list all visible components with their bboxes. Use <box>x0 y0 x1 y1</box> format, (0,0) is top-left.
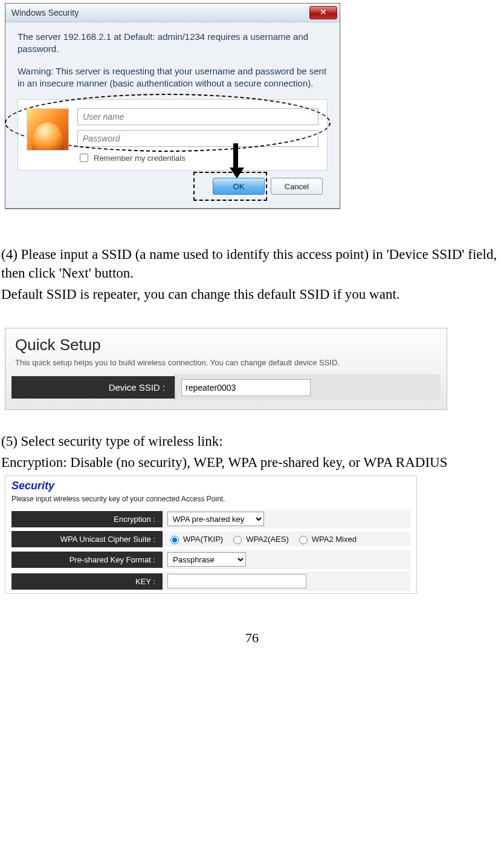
cancel-button[interactable]: Cancel <box>271 178 323 195</box>
dialog-titlebar: Windows Security ✕ <box>5 4 340 22</box>
key-input[interactable] <box>167 574 306 588</box>
cipher-row: WPA Unicast Cipher Suite : WPA(TKIP) WPA… <box>11 531 410 547</box>
dialog-warning-message: Warning: This server is requesting that … <box>18 65 328 90</box>
quick-setup-panel: Quick Setup This quick setup helps you t… <box>5 328 447 410</box>
step4-text-line1: (4) Please input a SSID (a name used to … <box>1 245 503 282</box>
user-avatar-icon <box>27 108 69 151</box>
dialog-body: The server 192.168.2.1 at Default: admin… <box>5 22 340 208</box>
cipher-radio-tkip[interactable] <box>170 536 179 544</box>
encryption-row: Encryption : WPA pre-shared key <box>11 509 410 529</box>
keyformat-value-cell: Passphrase <box>163 550 410 569</box>
keyformat-label: Pre-shared Key Format : <box>11 552 163 568</box>
cipher-option-label: WPA(TKIP) <box>183 535 223 544</box>
step5-text-line1: (5) Select security type of wireless lin… <box>1 432 503 451</box>
encryption-value-cell: WPA pre-shared key <box>163 509 410 529</box>
security-title: Security <box>5 476 416 494</box>
step4-text-line2: Default SSID is repeater, you can change… <box>1 285 503 304</box>
remember-credentials-row[interactable]: Remember my credentials <box>77 152 318 164</box>
remember-label: Remember my credentials <box>94 154 186 163</box>
encryption-select[interactable]: WPA pre-shared key <box>167 512 264 526</box>
cipher-radio-aes[interactable] <box>233 536 242 544</box>
remember-checkbox[interactable] <box>80 154 88 162</box>
credentials-box: Remember my credentials <box>18 99 328 171</box>
cipher-option-label: WPA2 Mixed <box>312 535 357 544</box>
windows-security-dialog: Windows Security ✕ The server 192.168.2.… <box>5 3 340 209</box>
device-ssid-label: Device SSID : <box>11 376 175 399</box>
device-ssid-input[interactable] <box>181 379 311 396</box>
keyformat-row: Pre-shared Key Format : Passphrase <box>11 550 410 569</box>
cipher-option-label: WPA2(AES) <box>246 535 289 544</box>
security-description: Please input wireless security key of yo… <box>5 494 416 509</box>
cipher-value-cell: WPA(TKIP) WPA2(AES) WPA2 Mixed <box>163 532 410 547</box>
ok-button[interactable]: OK <box>213 178 265 195</box>
username-input[interactable] <box>77 108 318 125</box>
key-label: KEY : <box>11 573 163 590</box>
close-icon[interactable]: ✕ <box>309 6 337 19</box>
cipher-option-tkip[interactable]: WPA(TKIP) <box>167 534 223 544</box>
step5-text-line2: Encryption: Disable (no security), WEP, … <box>1 453 503 472</box>
cipher-option-aes[interactable]: WPA2(AES) <box>230 534 289 544</box>
device-ssid-row: Device SSID : <box>11 374 441 400</box>
keyformat-select[interactable]: Passphrase <box>167 552 246 567</box>
cipher-label: WPA Unicast Cipher Suite : <box>11 531 163 547</box>
key-value-cell <box>163 572 410 591</box>
page-number: 76 <box>1 630 503 646</box>
security-panel: Security Please input wireless security … <box>5 475 417 594</box>
quick-setup-description: This quick setup helps you to build wire… <box>5 358 447 374</box>
device-ssid-field-wrap <box>175 374 441 400</box>
password-input[interactable] <box>77 130 318 147</box>
dialog-server-message: The server 192.168.2.1 at Default: admin… <box>18 31 328 56</box>
dialog-title: Windows Security <box>11 8 79 18</box>
encryption-label: Encryption : <box>11 511 163 527</box>
dialog-button-row: OK Cancel <box>18 171 328 201</box>
credentials-fields: Remember my credentials <box>77 108 318 164</box>
key-row: KEY : <box>11 572 410 591</box>
cipher-option-mixed[interactable]: WPA2 Mixed <box>296 534 357 544</box>
cipher-radio-mixed[interactable] <box>299 536 308 544</box>
quick-setup-title: Quick Setup <box>5 328 447 358</box>
